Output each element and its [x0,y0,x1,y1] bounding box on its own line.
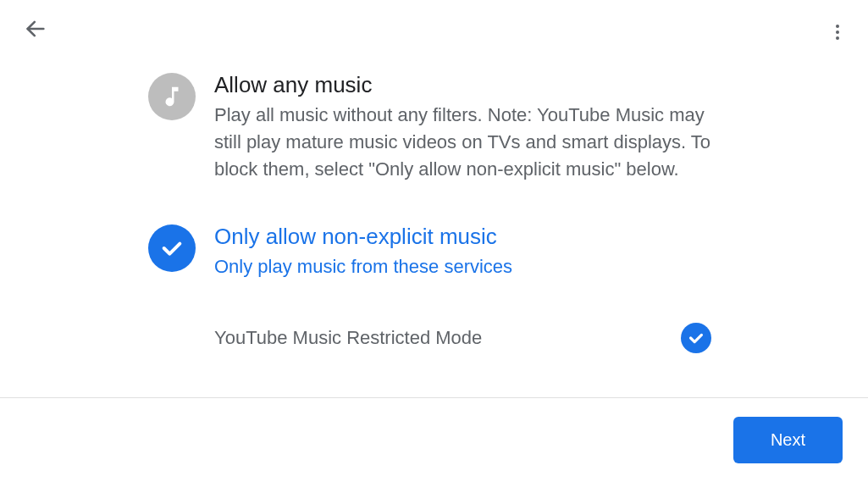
check-icon [687,329,705,347]
sub-option-restricted-mode[interactable]: YouTube Music Restricted Mode [148,323,720,353]
option-description: Play all music without any filters. Note… [214,102,720,183]
more-vert-icon [827,22,848,42]
svg-point-3 [836,36,839,40]
sub-option-checkbox[interactable] [681,323,711,353]
svg-point-2 [836,30,839,34]
option-allow-any-music[interactable]: Allow any music Play all music without a… [148,71,720,182]
next-button[interactable]: Next [733,417,843,463]
back-button[interactable] [22,15,49,42]
more-menu-button[interactable] [824,19,851,46]
music-note-icon [148,73,196,120]
arrow-left-icon [24,17,47,41]
footer: Next [0,397,868,482]
option-title: Allow any music [214,71,720,100]
option-text: Only allow non-explicit music Only play … [214,223,720,280]
sub-option-label: YouTube Music Restricted Mode [214,327,482,349]
option-non-explicit-music[interactable]: Only allow non-explicit music Only play … [148,223,720,280]
svg-point-1 [836,25,839,28]
option-description: Only play music from these services [214,253,720,280]
check-icon [148,224,196,272]
option-text: Allow any music Play all music without a… [214,71,720,182]
option-title: Only allow non-explicit music [214,223,720,252]
